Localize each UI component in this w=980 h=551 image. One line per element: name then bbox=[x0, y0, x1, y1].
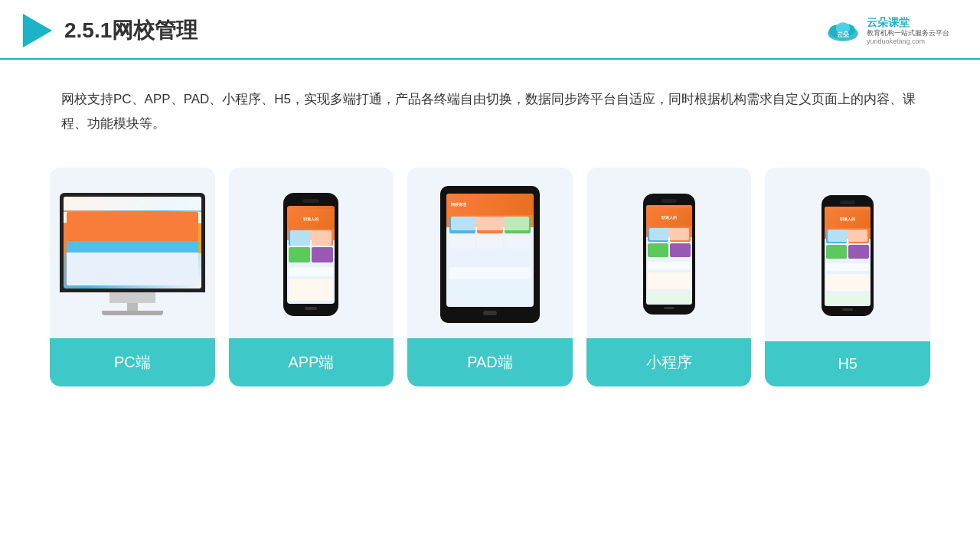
header-right: 云朵 云朵课堂 教育机构一站式服务云平台 yunduoketang.com bbox=[825, 16, 949, 45]
phone-notch bbox=[302, 199, 319, 203]
card-pc: PC端 bbox=[50, 168, 215, 386]
card-miniprogram-label: 小程序 bbox=[586, 338, 752, 386]
cloud-icon: 云朵 bbox=[825, 18, 861, 43]
tablet-screen: 网校管理 bbox=[446, 194, 534, 307]
tablet-btn bbox=[483, 311, 497, 315]
phone-home bbox=[305, 307, 317, 310]
card-miniprogram: 职途人的 小程序 bbox=[586, 168, 752, 386]
card-h5-label: H5 bbox=[765, 341, 930, 386]
card-pad-image: 网校管理 bbox=[407, 168, 573, 338]
pc-base bbox=[109, 292, 155, 303]
brand-logo: 云朵 云朵课堂 教育机构一站式服务云平台 yunduoketang.com bbox=[825, 16, 949, 45]
platform-cards: PC端 职途人的 bbox=[0, 152, 980, 386]
card-pad: 网校管理 bbox=[407, 168, 573, 386]
card-pc-label: PC端 bbox=[50, 338, 215, 386]
brand-triangle-icon bbox=[23, 14, 52, 47]
phone-h5-screen: 职途人的 bbox=[825, 207, 871, 306]
phone-h5-home bbox=[842, 308, 853, 311]
card-h5-image: 职途人的 bbox=[765, 168, 930, 341]
card-h5: 职途人的 H5 bbox=[765, 168, 930, 386]
page-title: 2.5.1网校管理 bbox=[64, 16, 198, 45]
pc-screen-outer bbox=[60, 193, 205, 292]
phone-h5-mockup: 职途人的 bbox=[822, 195, 874, 316]
phone-sm-screen: 职途人的 bbox=[646, 205, 692, 305]
phone-sm-notch bbox=[662, 199, 677, 203]
header-left: 2.5.1网校管理 bbox=[23, 14, 198, 47]
card-pad-label: PAD端 bbox=[407, 338, 573, 386]
pc-mockup bbox=[60, 193, 205, 315]
phone-miniprogram-mockup: 职途人的 bbox=[643, 194, 695, 315]
card-app-label: APP端 bbox=[229, 338, 394, 386]
page-header: 2.5.1网校管理 云朵 云朵课堂 教育机构一站式服务云平台 yunduoket… bbox=[0, 0, 980, 60]
brand-url: yunduoketang.com bbox=[867, 37, 925, 45]
phone-screen: 职途人的 bbox=[287, 206, 335, 304]
brand-text: 云朵课堂 教育机构一站式服务云平台 yunduoketang.com bbox=[867, 16, 949, 45]
svg-text:云朵: 云朵 bbox=[837, 31, 850, 38]
pc-foot bbox=[102, 311, 163, 315]
phone-h5-notch bbox=[840, 201, 855, 204]
brand-name: 云朵课堂 bbox=[867, 16, 910, 29]
phone-sm-home bbox=[664, 307, 675, 309]
card-app-image: 职途人的 bbox=[229, 168, 394, 338]
card-pc-image bbox=[50, 168, 215, 338]
card-miniprogram-image: 职途人的 bbox=[586, 168, 752, 338]
description-text: 网校支持PC、APP、PAD、小程序、H5，实现多端打通，产品各终端自由切换，数… bbox=[0, 60, 980, 152]
pc-stand bbox=[127, 303, 138, 311]
card-app: 职途人的 APP端 bbox=[229, 168, 394, 386]
tablet-mockup: 网校管理 bbox=[440, 186, 540, 323]
pc-screen-inner bbox=[64, 197, 201, 289]
phone-app-mockup: 职途人的 bbox=[283, 193, 338, 316]
brand-sub: 教育机构一站式服务云平台 bbox=[867, 29, 949, 37]
